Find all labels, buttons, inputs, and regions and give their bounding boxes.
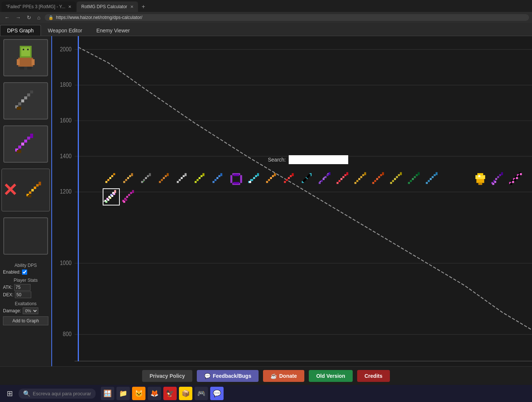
svg-rect-107 xyxy=(218,175,220,177)
privacy-policy-button[interactable]: Privacy Policy xyxy=(142,370,192,382)
weapon-icon-1[interactable] xyxy=(103,170,120,188)
tab-2-close[interactable]: ✕ xyxy=(130,4,134,9)
tab-enemy-viewer[interactable]: Enemy Viewer xyxy=(89,25,137,36)
weapon-icon-24[interactable] xyxy=(121,188,138,205)
dex-input[interactable] xyxy=(15,291,31,298)
weapon-icon-15[interactable] xyxy=(353,170,370,188)
svg-rect-144 xyxy=(324,176,326,178)
svg-rect-227 xyxy=(130,192,132,194)
new-tab-button[interactable]: + xyxy=(139,3,148,10)
svg-rect-150 xyxy=(337,182,339,184)
svg-rect-93 xyxy=(167,173,169,176)
weapon-icon-19[interactable] xyxy=(424,170,441,188)
svg-rect-92 xyxy=(165,175,167,177)
selected-weapon-sprite xyxy=(25,181,45,200)
weapon-icon-2[interactable] xyxy=(121,170,138,188)
weapon-icon-6[interactable] xyxy=(192,170,209,188)
atk-input[interactable] xyxy=(14,284,31,291)
taskbar-icon-3[interactable]: 🐱 xyxy=(132,387,145,400)
svg-text:2000: 2000 xyxy=(60,46,71,52)
weapon-icon-3[interactable] xyxy=(138,170,156,188)
taskbar-icon-1[interactable]: 🪟 xyxy=(101,387,114,400)
nav-back[interactable]: ← xyxy=(3,14,11,21)
svg-rect-222 xyxy=(103,201,105,202)
feedback-bugs-button[interactable]: 💬 Feedback/Bugs xyxy=(197,370,259,382)
weapon-icon-10[interactable] xyxy=(263,170,281,188)
svg-rect-122 xyxy=(266,181,268,183)
weapon-icon-23[interactable] xyxy=(103,188,120,205)
tab-1-close[interactable]: ✕ xyxy=(68,4,71,9)
ability-dps-title: Ability DPS xyxy=(3,263,48,268)
svg-rect-95 xyxy=(179,179,181,181)
svg-rect-7 xyxy=(20,67,24,70)
search-input[interactable] xyxy=(289,155,348,164)
taskbar-icon-6[interactable]: 📦 xyxy=(179,387,192,400)
empty-slot[interactable] xyxy=(3,217,48,255)
svg-rect-186 xyxy=(477,173,483,175)
character-slot[interactable] xyxy=(3,39,48,76)
svg-rect-185 xyxy=(436,172,438,175)
svg-rect-170 xyxy=(394,178,396,180)
svg-rect-178 xyxy=(416,174,418,176)
svg-rect-188 xyxy=(477,179,484,183)
weapon-icon-22[interactable] xyxy=(507,170,525,188)
ability-dps-checkbox[interactable] xyxy=(22,269,27,275)
svg-rect-126 xyxy=(274,173,276,176)
character-sprite xyxy=(14,46,38,70)
svg-rect-81 xyxy=(129,175,131,177)
tab-weapon-editor[interactable]: Weapon Editor xyxy=(41,25,89,36)
weapon-icon-14[interactable] xyxy=(335,170,352,188)
weapon-icon-13[interactable] xyxy=(317,170,334,188)
delete-icon[interactable]: ✕ xyxy=(3,180,17,200)
weapon-icon-16[interactable] xyxy=(371,170,388,188)
svg-rect-25 xyxy=(31,189,34,191)
weapon-slot-1[interactable] xyxy=(3,82,48,119)
taskbar-icon-5[interactable]: 🦅 xyxy=(163,387,177,400)
weapon-icon-9[interactable] xyxy=(246,170,263,188)
weapon-icon-7[interactable] xyxy=(210,170,227,188)
svg-rect-24 xyxy=(29,191,32,194)
weapon-icon-4[interactable] xyxy=(156,170,173,188)
svg-rect-105 xyxy=(215,179,217,181)
browser-tab-1[interactable]: "Failed" PPEs 3 [RotMG] - Y... ✕ xyxy=(1,1,76,12)
svg-rect-175 xyxy=(410,180,412,182)
dps-graph-svg: 2000 1800 1600 1400 1200 1000 800 xyxy=(52,36,532,383)
svg-rect-103 xyxy=(202,173,204,176)
weapon-icon-5[interactable] xyxy=(174,170,191,188)
svg-rect-171 xyxy=(396,176,398,178)
delete-slot[interactable]: ✕ xyxy=(1,169,50,211)
browser-tab-2[interactable]: RotMG DPS Calculator ✕ xyxy=(77,1,138,12)
weapon-icon-11[interactable] xyxy=(281,170,298,188)
svg-rect-100 xyxy=(197,179,199,181)
svg-rect-75 xyxy=(109,177,111,179)
svg-rect-143 xyxy=(323,178,324,180)
donate-button[interactable]: ☕ Donate xyxy=(263,370,304,382)
nav-forward[interactable]: → xyxy=(14,14,22,21)
search-taskbar[interactable]: 🔍 Escreva aqui para procurar xyxy=(19,389,96,399)
weapon-icon-18[interactable] xyxy=(406,170,423,188)
tab-dps-graph[interactable]: DPS Graph xyxy=(0,25,41,36)
taskbar-icon-2[interactable]: 📁 xyxy=(116,387,130,400)
weapon-icon-20[interactable] xyxy=(472,170,489,188)
weapon-icon-21[interactable] xyxy=(490,170,507,188)
old-version-button[interactable]: Old Version xyxy=(309,370,353,382)
weapon-icon-17[interactable] xyxy=(388,170,406,188)
taskbar-icon-7[interactable]: 🎮 xyxy=(195,387,208,400)
start-button[interactable]: ⊞ xyxy=(3,387,16,400)
credits-button[interactable]: Credits xyxy=(357,370,390,382)
nav-refresh[interactable]: ↻ xyxy=(25,14,33,21)
taskbar-icon-4[interactable]: 🦊 xyxy=(148,387,161,400)
weapon-icon-8[interactable] xyxy=(228,170,245,188)
weapon-icon-12[interactable] xyxy=(299,170,316,188)
nav-home[interactable]: ⌂ xyxy=(36,14,42,21)
address-box[interactable]: 🔒 https://www.haizor.net/rotmg/dps-calcu… xyxy=(45,14,529,21)
svg-rect-12 xyxy=(24,96,27,99)
svg-rect-156 xyxy=(355,182,356,184)
svg-rect-8 xyxy=(27,67,32,70)
damage-select[interactable]: 0% 1% 2% 3% 4% 5% xyxy=(23,307,38,314)
taskbar-icon-8[interactable]: 💬 xyxy=(210,387,224,400)
svg-rect-205 xyxy=(510,183,512,185)
weapon-slot-2[interactable] xyxy=(3,125,48,163)
add-to-graph-button[interactable]: Add to Graph xyxy=(3,316,48,325)
svg-rect-176 xyxy=(412,178,414,180)
